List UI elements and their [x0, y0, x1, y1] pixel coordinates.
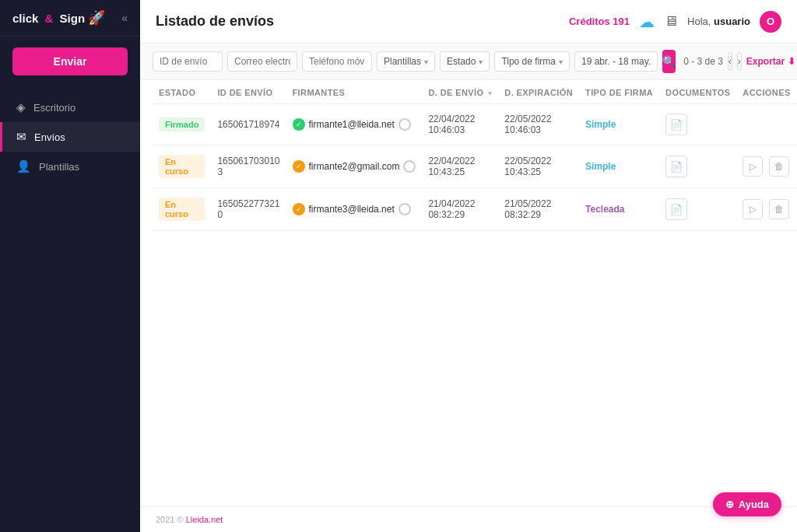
firmante-cell: ✓ firmante2@gmail.com [286, 145, 423, 188]
sidebar-item-label: Envíos [34, 131, 65, 143]
resend-button[interactable]: ▷ [743, 156, 763, 177]
id-cell: 165061703010​3 [211, 145, 286, 188]
sidebar-logo: click & Sign 🚀 « [0, 0, 140, 37]
actions-cell [736, 104, 797, 145]
sidebar-item-plantillas[interactable]: 👤 Plantillas [0, 152, 140, 181]
footer-link[interactable]: Lleida.net [186, 515, 223, 524]
credits-display: Créditos 191 [569, 16, 630, 27]
date-expiracion-cell: 21/05/202208:32:29 [498, 188, 579, 231]
logo-click: click [12, 12, 38, 25]
col-firmantes: FIRMANTES [286, 80, 423, 104]
sidebar-item-label: Escritorio [33, 102, 75, 114]
export-label: Exportar [746, 56, 785, 67]
documentos-cell: 📄 [659, 104, 736, 145]
firmante-icon: ✓ [293, 118, 305, 131]
table-row: Firmado 165061718974 ✓ firmante1@lleida.… [153, 104, 797, 145]
col-tipo-firma: TIPO DE FIRMA [579, 80, 659, 104]
tipo-firma-cell: Simple [579, 104, 659, 145]
col-documentos: DOCUMENTOS [659, 80, 736, 104]
date-envio-cell: 21/04/202208:32:29 [422, 188, 498, 231]
pagination-next-button[interactable]: › [737, 52, 742, 71]
plantillas-dropdown[interactable]: Plantillas ▾ [377, 51, 435, 72]
status-badge: Firmado [159, 117, 205, 131]
status-cell: Firmado [153, 104, 211, 145]
date-envio-cell: 22/04/202210:46:03 [422, 104, 498, 145]
help-icon: ⊕ [725, 499, 734, 510]
resend-button[interactable]: ▷ [743, 199, 763, 219]
greeting-text: Hola, usuario [687, 16, 750, 27]
help-button[interactable]: ⊕ Ayuda [713, 492, 781, 516]
filter-bar: Plantillas ▾ Estado ▾ Tipo de firma ▾ 19… [140, 44, 797, 80]
pagination-info: 0 - 3 de 3 [683, 56, 723, 67]
sidebar-nav: ◈ Escritorio ✉ Envíos 👤 Plantillas [0, 86, 140, 532]
sidebar-item-envios[interactable]: ✉ Envíos [0, 122, 140, 152]
plantillas-dropdown-label: Plantillas [384, 56, 421, 67]
sidebar-item-escritorio[interactable]: ◈ Escritorio [0, 93, 140, 122]
pagination-prev-button[interactable]: ‹ [728, 52, 732, 71]
id-cell: 165052277321​0 [211, 188, 286, 231]
envios-table: ESTADO ID DE ENVÍO FIRMANTES D. DE ENVÍO… [153, 80, 797, 231]
documentos-cell: 📄 [659, 188, 736, 231]
chevron-down-icon: ▾ [424, 58, 428, 66]
estado-dropdown-label: Estado [447, 56, 476, 67]
plantillas-icon: 👤 [16, 159, 31, 173]
col-id-envio: ID DE ENVÍO [211, 80, 286, 104]
delete-button[interactable]: 🗑 [769, 156, 789, 177]
monitor-icon: 🖥 [664, 13, 678, 30]
firmante-cell: ✓ firmante1@lleida.net [286, 104, 423, 145]
status-circle-icon [403, 160, 416, 173]
col-d-expiracion: D. EXPIRACIÓN [498, 80, 579, 104]
tipo-firma-value: Simple [585, 161, 616, 172]
delete-button[interactable]: 🗑 [769, 199, 789, 219]
phone-input[interactable] [302, 51, 372, 72]
page-title: Listado de envíos [156, 13, 274, 30]
table-row: En curso 165052277321​0 ✓ firmante3@llei… [153, 188, 797, 231]
status-circle-icon [398, 203, 411, 215]
status-cell: En curso [153, 145, 211, 188]
sidebar-collapse-button[interactable]: « [121, 12, 128, 24]
document-button[interactable]: 📄 [665, 114, 687, 135]
logo: click & Sign 🚀 [12, 9, 105, 26]
email-input[interactable] [227, 51, 297, 72]
table-row: En curso 165061703010​3 ✓ firmante2@gmai… [153, 145, 797, 188]
header-right: Créditos 191 ☁ 🖥 Hola, usuario O [569, 11, 781, 33]
date-expiracion-cell: 22/05/202210:46:03 [498, 104, 579, 145]
id-envio-input[interactable] [153, 51, 223, 72]
envios-icon: ✉ [16, 130, 26, 144]
top-header: Listado de envíos Créditos 191 ☁ 🖥 Hola,… [140, 0, 797, 44]
logo-rocket-icon: 🚀 [88, 9, 105, 26]
send-button[interactable]: Enviar [12, 47, 128, 75]
actions-cell: ▷ 🗑 [736, 188, 797, 231]
estado-dropdown[interactable]: Estado ▾ [440, 51, 490, 72]
document-button[interactable]: 📄 [665, 198, 687, 220]
document-button[interactable]: 📄 [665, 156, 687, 177]
footer: 2021 © Lleida.net [140, 506, 797, 532]
escritorio-icon: ◈ [16, 100, 26, 114]
firmante-email: firmante2@gmail.com [309, 161, 400, 172]
main-content: Listado de envíos Créditos 191 ☁ 🖥 Hola,… [140, 0, 797, 532]
sidebar-item-label: Plantillas [39, 161, 79, 173]
user-avatar[interactable]: O [760, 11, 781, 33]
actions-cell: ▷ 🗑 [736, 145, 797, 188]
documentos-cell: 📄 [659, 145, 736, 188]
credits-value: 191 [613, 16, 630, 27]
chevron-down-icon: ▾ [479, 58, 483, 66]
status-cell: En curso [153, 188, 211, 231]
date-envio-cell: 22/04/202210:43:25 [422, 145, 498, 188]
search-button[interactable]: 🔍 [662, 50, 676, 73]
status-badge: En curso [159, 198, 205, 221]
sidebar: click & Sign 🚀 « Enviar ◈ Escritorio ✉ E… [0, 0, 140, 532]
credits-label: Créditos [569, 16, 610, 27]
col-estado: ESTADO [153, 80, 211, 104]
date-range-display[interactable]: 19 abr. - 18 may. [574, 51, 658, 72]
tipo-firma-value: Tecleada [585, 204, 624, 215]
footer-copy: 2021 © Lleida.net [156, 515, 223, 524]
tipo-firma-cell: Tecleada [579, 188, 659, 231]
search-icon: 🔍 [662, 55, 676, 68]
logo-sign: Sign [60, 12, 86, 25]
firmante-icon: ✓ [293, 203, 305, 215]
export-button[interactable]: Exportar ⬇ [746, 56, 795, 67]
tipo-firma-dropdown[interactable]: Tipo de firma ▾ [494, 51, 570, 72]
date-expiracion-cell: 22/05/202210:43:25 [498, 145, 579, 188]
firmante-email: firmante1@lleida.net [309, 119, 395, 130]
